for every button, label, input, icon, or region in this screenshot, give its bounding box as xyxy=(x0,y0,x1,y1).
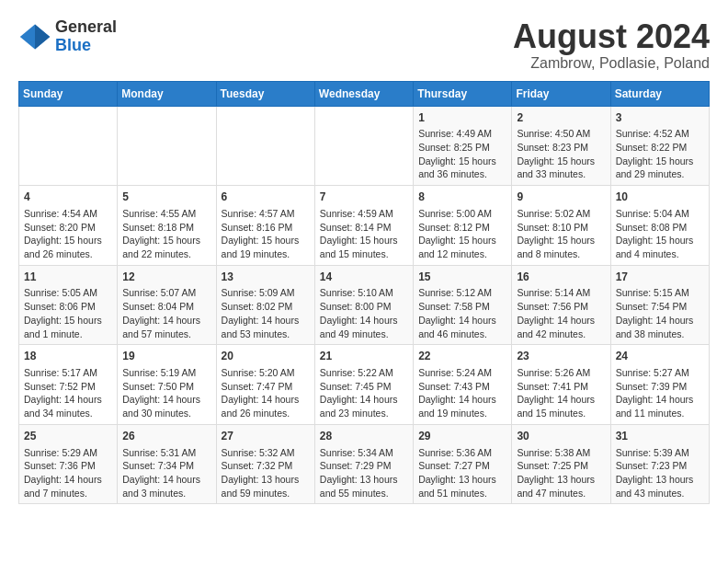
day-info-line: and 49 minutes. xyxy=(320,327,408,341)
day-info-line: Sunrise: 5:39 AM xyxy=(616,446,704,460)
day-number: 17 xyxy=(616,270,704,285)
title-area: August 2024 Zambrow, Podlasie, Poland xyxy=(513,18,710,72)
day-info-line: Sunset: 7:29 PM xyxy=(320,459,408,473)
day-number: 29 xyxy=(418,429,506,444)
day-info-line: and 42 minutes. xyxy=(517,327,605,341)
day-info-line: and 8 minutes. xyxy=(517,247,605,261)
day-number: 12 xyxy=(122,270,210,285)
day-info-line: Sunset: 8:16 PM xyxy=(222,221,310,235)
day-info-line: Sunrise: 5:07 AM xyxy=(122,286,210,300)
day-number: 27 xyxy=(222,429,310,444)
day-info-line: Daylight: 15 hours xyxy=(24,314,112,327)
calendar-cell: 13Sunrise: 5:09 AMSunset: 8:02 PMDayligh… xyxy=(216,265,314,345)
calendar-cell: 10Sunrise: 5:04 AMSunset: 8:08 PMDayligh… xyxy=(610,186,709,266)
day-number: 6 xyxy=(222,190,310,205)
day-info-line: Daylight: 14 hours xyxy=(24,393,112,407)
calendar-cell: 12Sunrise: 5:07 AMSunset: 8:04 PMDayligh… xyxy=(118,265,216,345)
day-info-line: Sunrise: 5:04 AM xyxy=(616,207,704,221)
day-number: 22 xyxy=(418,349,506,364)
day-number: 15 xyxy=(418,270,506,285)
day-number: 14 xyxy=(320,270,408,285)
calendar-cell: 7Sunrise: 4:59 AMSunset: 8:14 PMDaylight… xyxy=(314,186,413,266)
calendar-week-5: 25Sunrise: 5:29 AMSunset: 7:36 PMDayligh… xyxy=(19,424,710,504)
day-info-line: Sunset: 7:23 PM xyxy=(616,459,704,473)
day-info-line: Daylight: 14 hours xyxy=(122,393,210,407)
day-info-line: Daylight: 14 hours xyxy=(418,314,506,327)
day-info-line: Daylight: 14 hours xyxy=(320,314,408,327)
day-info-line: and 46 minutes. xyxy=(418,327,506,341)
calendar-cell: 19Sunrise: 5:19 AMSunset: 7:50 PMDayligh… xyxy=(118,345,216,425)
day-info-line: and 19 minutes. xyxy=(222,247,310,261)
day-info-line: and 4 minutes. xyxy=(616,247,704,261)
calendar-week-2: 4Sunrise: 4:54 AMSunset: 8:20 PMDaylight… xyxy=(19,186,710,266)
day-info-line: Sunrise: 4:55 AM xyxy=(122,207,210,221)
day-number: 7 xyxy=(320,190,408,205)
day-info-line: Sunset: 8:06 PM xyxy=(24,300,112,314)
day-info-line: Daylight: 15 hours xyxy=(517,234,605,247)
day-info-line: and 11 minutes. xyxy=(616,407,704,420)
day-info-line: and 30 minutes. xyxy=(122,407,210,420)
day-number: 1 xyxy=(418,110,506,126)
day-info-line: Sunset: 7:41 PM xyxy=(517,380,605,394)
day-info-line: Daylight: 14 hours xyxy=(222,314,310,327)
calendar-cell: 17Sunrise: 5:15 AMSunset: 7:54 PMDayligh… xyxy=(610,265,709,345)
calendar-week-4: 18Sunrise: 5:17 AMSunset: 7:52 PMDayligh… xyxy=(19,345,710,425)
day-number: 19 xyxy=(122,349,210,364)
day-info-line: Sunrise: 5:17 AM xyxy=(24,366,112,380)
day-info-line: Daylight: 14 hours xyxy=(320,393,408,407)
day-info-line: Daylight: 13 hours xyxy=(222,473,310,487)
day-info-line: Sunrise: 4:50 AM xyxy=(517,127,605,141)
day-info-line: Daylight: 13 hours xyxy=(320,473,408,487)
day-info-line: Sunset: 7:39 PM xyxy=(616,380,704,394)
day-info-line: and 7 minutes. xyxy=(24,487,112,500)
weekday-header-thursday: Thursday xyxy=(414,81,512,106)
day-info-line: and 23 minutes. xyxy=(320,407,408,420)
day-info-line: Daylight: 14 hours xyxy=(517,393,605,407)
day-info-line: Daylight: 15 hours xyxy=(418,155,506,168)
calendar-cell: 31Sunrise: 5:39 AMSunset: 7:23 PMDayligh… xyxy=(610,424,709,504)
calendar-cell: 21Sunrise: 5:22 AMSunset: 7:45 PMDayligh… xyxy=(314,345,413,425)
day-info-line: Sunrise: 5:27 AM xyxy=(616,366,704,380)
day-info-line: Sunrise: 5:00 AM xyxy=(418,207,506,221)
logo: General Blue xyxy=(18,18,117,55)
day-info-line: Sunrise: 4:59 AM xyxy=(320,207,408,221)
day-info-line: Sunset: 8:20 PM xyxy=(24,221,112,235)
day-info-line: Daylight: 14 hours xyxy=(517,314,605,327)
calendar-cell: 8Sunrise: 5:00 AMSunset: 8:12 PMDaylight… xyxy=(414,186,512,266)
day-info-line: Sunrise: 5:36 AM xyxy=(418,446,506,460)
day-info-line: Daylight: 14 hours xyxy=(616,314,704,327)
weekday-header-wednesday: Wednesday xyxy=(314,81,413,106)
logo-icon xyxy=(18,20,51,53)
day-info-line: and 38 minutes. xyxy=(616,327,704,341)
calendar-cell: 1Sunrise: 4:49 AMSunset: 8:25 PMDaylight… xyxy=(414,106,512,186)
day-info-line: Daylight: 15 hours xyxy=(616,234,704,247)
calendar-cell: 15Sunrise: 5:12 AMSunset: 7:58 PMDayligh… xyxy=(414,265,512,345)
day-info-line: Sunset: 8:08 PM xyxy=(616,221,704,235)
day-info-line: Sunset: 7:58 PM xyxy=(418,300,506,314)
day-info-line: Daylight: 15 hours xyxy=(222,234,310,247)
day-info-line: and 12 minutes. xyxy=(418,247,506,261)
calendar-cell: 4Sunrise: 4:54 AMSunset: 8:20 PMDaylight… xyxy=(19,186,118,266)
day-number: 25 xyxy=(24,429,112,444)
day-info-line: Sunset: 8:12 PM xyxy=(418,221,506,235)
day-info-line: Sunrise: 5:24 AM xyxy=(418,366,506,380)
calendar-cell: 16Sunrise: 5:14 AMSunset: 7:56 PMDayligh… xyxy=(512,265,610,345)
day-info-line: Sunset: 8:23 PM xyxy=(517,141,605,155)
day-info-line: and 1 minute. xyxy=(24,327,112,341)
day-info-line: Sunset: 8:22 PM xyxy=(616,141,704,155)
calendar-week-3: 11Sunrise: 5:05 AMSunset: 8:06 PMDayligh… xyxy=(19,265,710,345)
day-info-line: Daylight: 13 hours xyxy=(517,473,605,487)
day-number: 16 xyxy=(517,270,605,285)
calendar-cell: 26Sunrise: 5:31 AMSunset: 7:34 PMDayligh… xyxy=(118,424,216,504)
day-info-line: Sunrise: 5:10 AM xyxy=(320,286,408,300)
day-info-line: Sunset: 8:18 PM xyxy=(122,221,210,235)
day-number: 21 xyxy=(320,349,408,364)
day-info-line: Daylight: 14 hours xyxy=(616,393,704,407)
day-info-line: Sunrise: 5:12 AM xyxy=(418,286,506,300)
calendar-cell: 2Sunrise: 4:50 AMSunset: 8:23 PMDaylight… xyxy=(512,106,610,186)
calendar-cell: 6Sunrise: 4:57 AMSunset: 8:16 PMDaylight… xyxy=(216,186,314,266)
day-info-line: Sunrise: 5:32 AM xyxy=(222,446,310,460)
day-info-line: Sunrise: 4:52 AM xyxy=(616,127,704,141)
weekday-header-friday: Friday xyxy=(512,81,610,106)
day-info-line: and 29 minutes. xyxy=(616,167,704,181)
